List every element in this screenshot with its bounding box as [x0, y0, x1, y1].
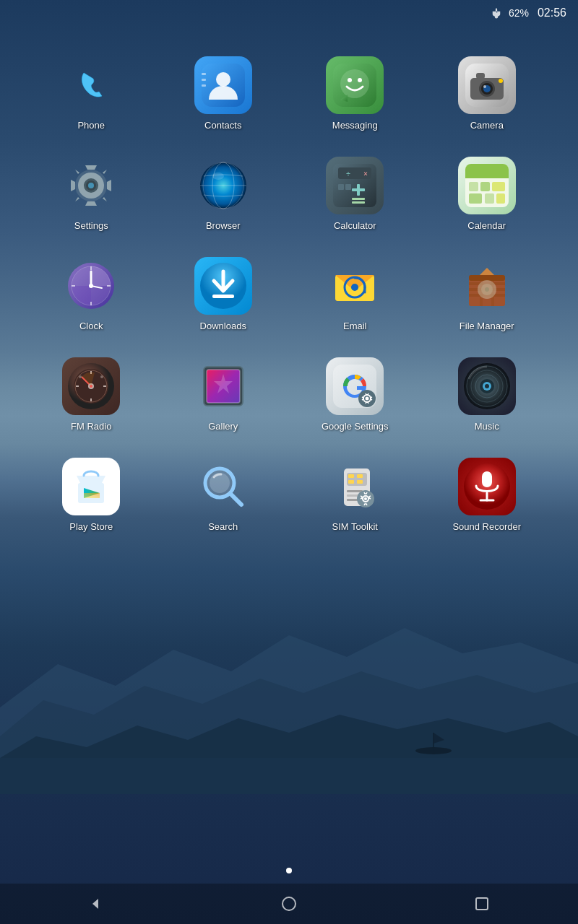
phone-icon	[62, 56, 120, 114]
status-time: 02:56	[538, 6, 566, 19]
search-icon	[194, 458, 252, 515]
clock-icon	[62, 257, 120, 315]
settings-label: Settings	[74, 220, 108, 231]
svg-rect-40	[352, 188, 365, 191]
svg-rect-44	[345, 184, 351, 190]
soundrecorder-icon	[458, 458, 516, 515]
svg-rect-9	[202, 73, 206, 75]
svg-rect-10	[202, 79, 206, 81]
svg-rect-119	[357, 480, 363, 484]
svg-rect-48	[469, 182, 478, 191]
svg-rect-127	[482, 471, 492, 487]
app-calendar[interactable]: Calendar	[425, 151, 550, 237]
svg-point-125	[364, 497, 367, 500]
email-label: Email	[343, 321, 367, 331]
svg-point-58	[89, 284, 93, 288]
app-gallery[interactable]: Gallery	[161, 352, 286, 437]
svg-line-112	[230, 494, 241, 505]
svg-point-24	[499, 79, 503, 83]
app-filemanager[interactable]: File Manager	[425, 251, 550, 337]
svg-point-105	[485, 384, 489, 388]
soundrecorder-label: Sound Recorder	[452, 521, 521, 532]
fmradio-icon	[62, 357, 120, 415]
calendar-icon	[458, 157, 516, 214]
svg-point-15	[358, 78, 362, 82]
messaging-label: Messaging	[332, 120, 378, 131]
svg-point-14	[348, 78, 352, 82]
app-clock[interactable]: Clock	[29, 251, 154, 337]
svg-rect-51	[469, 193, 482, 204]
recents-button[interactable]	[464, 889, 500, 918]
svg-rect-52	[485, 193, 494, 204]
app-simtoolkit[interactable]: SIM Toolkit	[293, 452, 418, 538]
app-googlesettings[interactable]: Google Settings	[293, 352, 418, 437]
svg-rect-116	[348, 474, 354, 478]
silent-icon	[490, 6, 503, 19]
back-button[interactable]	[78, 889, 114, 918]
svg-rect-49	[480, 182, 490, 191]
svg-rect-117	[357, 474, 363, 478]
svg-point-113	[210, 473, 230, 493]
svg-rect-3	[0, 758, 578, 794]
googlesettings-icon	[326, 357, 384, 415]
app-browser[interactable]: Browser	[161, 151, 286, 237]
app-camera[interactable]: Camera	[425, 51, 550, 136]
svg-rect-23	[476, 73, 485, 79]
mountain-silhouette	[0, 592, 578, 794]
simtoolkit-icon	[326, 458, 384, 515]
svg-point-68	[351, 284, 358, 291]
filemanager-label: File Manager	[460, 321, 514, 331]
googlesettings-label: Google Settings	[322, 421, 389, 432]
svg-rect-64	[212, 295, 234, 298]
svg-rect-118	[348, 480, 354, 484]
calendar-label: Calendar	[467, 220, 506, 231]
svg-rect-43	[338, 184, 344, 190]
app-playstore[interactable]: Play Store	[29, 452, 154, 538]
settings-icon	[62, 157, 120, 214]
email-icon	[326, 257, 384, 315]
calculator-icon: ÷ ×	[326, 157, 384, 214]
svg-point-87	[100, 375, 103, 378]
contacts-label: Contacts	[204, 120, 241, 131]
svg-point-22	[483, 85, 486, 88]
playstore-icon	[62, 458, 120, 515]
svg-point-131	[282, 897, 296, 910]
app-email[interactable]: Email	[293, 251, 418, 337]
clock-label: Clock	[79, 321, 103, 331]
svg-point-79	[485, 287, 489, 292]
app-soundrecorder[interactable]: Sound Recorder	[425, 452, 550, 538]
svg-rect-47	[465, 173, 509, 178]
svg-rect-42	[352, 201, 365, 204]
svg-point-8	[216, 72, 230, 87]
music-label: Music	[475, 421, 499, 432]
music-icon	[458, 357, 516, 415]
calculator-label: Calculator	[334, 220, 376, 231]
phone-label: Phone	[77, 120, 105, 131]
filemanager-icon	[458, 257, 516, 315]
app-search[interactable]: Search	[161, 452, 286, 538]
playstore-label: Play Store	[69, 521, 113, 532]
simtoolkit-label: SIM Toolkit	[332, 521, 378, 532]
svg-marker-109	[84, 493, 100, 498]
app-music[interactable]: Music	[425, 352, 550, 437]
app-messaging[interactable]: Messaging	[293, 51, 418, 136]
svg-text:÷: ÷	[346, 170, 350, 178]
svg-rect-50	[492, 182, 505, 191]
app-contacts[interactable]: Contacts	[161, 51, 286, 136]
nav-bar	[0, 884, 578, 924]
home-button[interactable]	[271, 889, 307, 918]
svg-point-98	[366, 397, 369, 401]
app-phone[interactable]: Phone	[29, 51, 154, 136]
app-calculator[interactable]: ÷ × Calculator	[293, 151, 418, 237]
gallery-label: Gallery	[208, 421, 238, 432]
browser-icon	[194, 157, 252, 214]
svg-marker-130	[92, 899, 98, 909]
svg-rect-71	[469, 275, 505, 281]
downloads-label: Downloads	[200, 321, 246, 331]
app-settings[interactable]: Settings	[29, 151, 154, 237]
svg-text:×: ×	[363, 170, 368, 178]
messaging-icon	[326, 56, 384, 114]
app-downloads[interactable]: Downloads	[161, 251, 286, 337]
svg-rect-11	[202, 84, 206, 87]
app-fmradio[interactable]: FM Radio	[29, 352, 154, 437]
